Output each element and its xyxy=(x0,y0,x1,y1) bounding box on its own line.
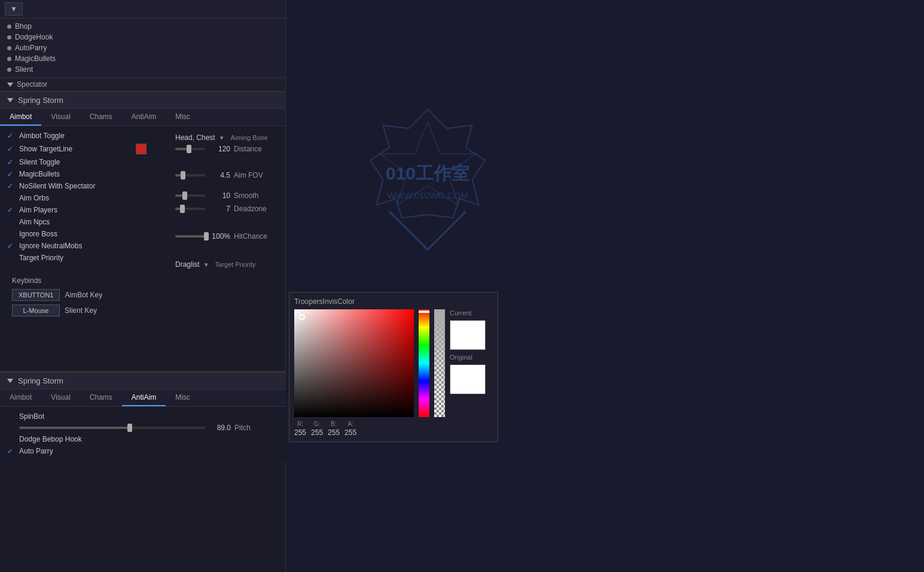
tab-antiAim-bl[interactable]: AntiAim xyxy=(122,390,166,406)
aiming-bone-arrow[interactable]: ▼ xyxy=(219,135,225,141)
aimbot-content: ✓ Aimbot Toggle ✓ Show TargetLine ✓ Sile… xyxy=(0,126,285,324)
distance-value: 120 xyxy=(209,145,230,153)
magicbullets-label: MagicBullets xyxy=(19,170,147,178)
tab-antiAim-left[interactable]: AntiAim xyxy=(122,109,166,126)
section-header-2: Spring Storm xyxy=(0,372,286,390)
check-icon: ✓ xyxy=(7,206,16,214)
deadzone-value: 7 xyxy=(209,205,230,213)
tab-misc-left[interactable]: Misc xyxy=(166,109,200,126)
row-aim-orbs: Aim Orbs xyxy=(5,192,149,204)
distance-label: Distance xyxy=(234,145,276,153)
tab-visual-bl[interactable]: Visual xyxy=(41,390,80,406)
svg-text:010工作室: 010工作室 xyxy=(386,163,469,183)
color-alpha-bar[interactable] xyxy=(434,309,445,417)
list-item-label: DodgeHook xyxy=(15,33,53,41)
target-priority-selector: Draglist ▼ Target Priority xyxy=(161,258,280,270)
hitchance-label: HitChance xyxy=(234,232,276,241)
list-item-label: MagicBullets xyxy=(15,54,56,63)
fov-slider-thumb xyxy=(181,171,185,179)
targetline-color[interactable] xyxy=(136,144,147,154)
spectator-section: Spectator xyxy=(0,78,285,92)
fov-label: Aim FOV xyxy=(234,171,276,179)
smooth-label: Smooth xyxy=(234,191,276,200)
tab-misc-bl[interactable]: Misc xyxy=(166,390,200,406)
pitch-value: 89.0 xyxy=(209,424,231,432)
smooth-slider-thumb xyxy=(182,191,187,200)
list-item: MagicBullets xyxy=(7,53,278,64)
pitch-slider-row: 89.0 Pitch xyxy=(5,422,281,433)
smooth-slider-row: 10 Smooth xyxy=(161,190,280,201)
smooth-slider-track[interactable] xyxy=(175,194,205,197)
row-aimbot-toggle: ✓ Aimbot Toggle xyxy=(5,130,149,142)
spectator-label: Spectator xyxy=(17,80,47,89)
current-label: Current xyxy=(450,309,486,317)
smooth-slider-fill xyxy=(175,194,183,197)
xbutton1-key[interactable]: XBUTTON1 xyxy=(12,289,60,301)
check-icon: ✓ xyxy=(7,182,16,190)
row-aim-players: ✓ Aim Players xyxy=(5,204,149,216)
row-silent-toggle: ✓ Silent Toggle xyxy=(5,156,149,168)
row-magicbullets: ✓ MagicBullets xyxy=(5,168,149,180)
svg-text:WWW.010WG.COM: WWW.010WG.COM xyxy=(387,190,468,200)
dropdown-button[interactable]: ▼ xyxy=(5,2,23,16)
row-dodge-bebop: Dodge Bebop Hook xyxy=(5,433,281,445)
color-selector-dot xyxy=(299,314,305,320)
row-show-targetline: ✓ Show TargetLine xyxy=(5,142,149,156)
pitch-label: Pitch xyxy=(234,424,276,432)
list-item: Slient xyxy=(7,64,278,75)
svg-marker-0 xyxy=(380,122,475,205)
lmouse-key[interactable]: L-Mouse xyxy=(12,305,60,317)
wolf-icon: 010工作室 WWW.010WG.COM xyxy=(332,96,523,263)
row-aim-npcs: Aim Npcs xyxy=(5,216,149,228)
show-targetline-label: Show TargetLine xyxy=(19,145,132,153)
tab-aimbot-left[interactable]: Aimbot xyxy=(0,109,41,126)
color-gradient-area[interactable] xyxy=(294,309,414,417)
tab-chams-left[interactable]: Chams xyxy=(80,109,122,126)
target-priority-value: Draglist xyxy=(175,260,200,269)
color-preview-col: Current Original xyxy=(450,309,486,417)
rgba-r: R: 255 xyxy=(294,421,306,437)
distance-slider-thumb xyxy=(187,145,191,153)
fov-slider-track[interactable] xyxy=(175,174,205,177)
ignore-neutral-label: Ignore NeutralMobs xyxy=(19,242,147,250)
target-priority-arrow[interactable]: ▼ xyxy=(203,261,209,268)
current-color-preview xyxy=(450,320,486,350)
auto-parry-label: Auto Parry xyxy=(19,447,279,455)
row-nosilent: ✓ NoSilent With Spectator xyxy=(5,180,149,192)
aim-npcs-label: Aim Npcs xyxy=(19,218,147,226)
distance-slider-track[interactable] xyxy=(175,148,205,150)
original-color-preview xyxy=(450,364,486,394)
list-item: DodgeHook xyxy=(7,32,278,42)
spectator-bar: ▼ xyxy=(0,0,285,19)
bottom-left-tab-bar: Aimbot Visual Chams AntiAim Misc xyxy=(0,390,286,407)
hitchance-slider-thumb xyxy=(204,232,209,241)
fov-slider-row: 4.5 Aim FOV xyxy=(161,170,280,181)
pitch-slider-track[interactable] xyxy=(19,427,206,429)
rgba-b: B: 255 xyxy=(328,421,340,437)
tab-aimbot-bl[interactable]: Aimbot xyxy=(0,390,41,406)
color-picker-title: TroopersInvisColor xyxy=(294,297,493,306)
hitchance-slider-track[interactable] xyxy=(175,235,205,238)
aiming-bone-selector: Head, Chest ▼ Aiming Bone xyxy=(161,130,280,144)
bullet-dot xyxy=(7,35,11,39)
original-label: Original xyxy=(450,354,486,361)
color-spectrum-bar[interactable] xyxy=(419,309,429,417)
distance-slider-fill xyxy=(175,148,187,150)
bullet-dot xyxy=(7,25,11,29)
hitchance-slider-row: 100% HitChance xyxy=(161,231,280,242)
list-item-label: Slient xyxy=(15,65,33,74)
aim-orbs-label: Aim Orbs xyxy=(19,194,147,202)
bullet-list: Bhop DodgeHook AutoParry MagicBullets Sl… xyxy=(0,19,285,78)
left-panel: ▼ Bhop DodgeHook AutoParry MagicBullets … xyxy=(0,0,286,572)
tab-visual-left[interactable]: Visual xyxy=(41,109,80,126)
bottom-left-panel: Spring Storm Aimbot Visual Chams AntiAim… xyxy=(0,371,286,461)
tab-chams-bl[interactable]: Chams xyxy=(80,390,122,406)
deadzone-slider-track[interactable] xyxy=(175,208,205,210)
check-icon: ✓ xyxy=(7,242,16,250)
check-icon: ✓ xyxy=(7,170,16,178)
section-header-1: Spring Storm xyxy=(0,92,285,109)
watermark: 010工作室 WWW.010WG.COM xyxy=(287,60,568,299)
keybinds-section: Keybinds XBUTTON1 AimBot Key L-Mouse Sli… xyxy=(5,273,280,321)
bullet-dot xyxy=(7,68,11,72)
target-priority-label: Target Priority xyxy=(19,254,147,262)
